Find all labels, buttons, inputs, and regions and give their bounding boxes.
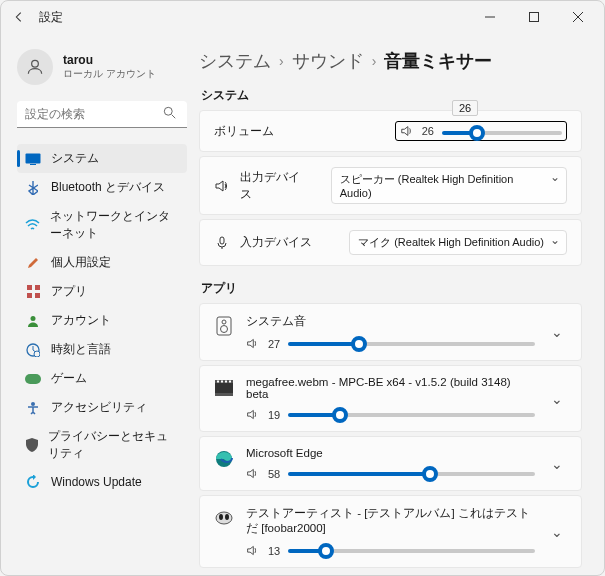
sidebar-item-account[interactable]: アカウント [17, 306, 187, 335]
display-icon [25, 151, 41, 167]
svg-point-19 [221, 326, 228, 333]
volume-tooltip: 26 [452, 100, 478, 116]
sidebar-item-label: 個人用設定 [51, 254, 111, 271]
update-icon [25, 474, 41, 490]
svg-rect-26 [229, 381, 231, 383]
speaker-icon [214, 178, 230, 194]
input-device-combo[interactable]: マイク (Realtek High Definition Audio) [349, 230, 567, 255]
svg-point-3 [164, 107, 172, 115]
app-volume-slider[interactable] [288, 549, 535, 553]
app-volume-value: 19 [268, 409, 280, 421]
output-device-combo[interactable]: スピーカー (Realtek High Definition Audio) [331, 167, 567, 204]
account-icon [25, 313, 41, 329]
section-system-label: システム [201, 87, 582, 104]
expand-button[interactable]: ⌄ [547, 524, 567, 540]
svg-rect-24 [221, 381, 223, 383]
svg-point-13 [34, 351, 40, 357]
speaker-icon[interactable] [246, 544, 260, 557]
close-button[interactable] [556, 3, 600, 31]
svg-point-15 [31, 402, 35, 406]
svg-rect-20 [215, 383, 233, 393]
sidebar-item-wifi[interactable]: ネットワークとインターネット [17, 202, 187, 248]
svg-line-4 [172, 115, 176, 119]
search-box[interactable] [17, 101, 187, 128]
expand-button[interactable]: ⌄ [547, 456, 567, 472]
svg-point-11 [31, 316, 36, 321]
minimize-button[interactable] [468, 3, 512, 31]
maximize-button[interactable] [512, 3, 556, 31]
app-title: Microsoft Edge [246, 447, 535, 459]
sidebar-item-display[interactable]: システム [17, 144, 187, 173]
svg-rect-22 [215, 393, 233, 396]
sidebar-item-label: アプリ [51, 283, 87, 300]
breadcrumb-current: 音量ミキサー [384, 49, 492, 73]
svg-rect-7 [27, 285, 32, 290]
app-icon [214, 316, 234, 336]
sidebar-item-brush[interactable]: 個人用設定 [17, 248, 187, 277]
section-apps-label: アプリ [201, 280, 582, 297]
sidebar-item-label: システム [51, 150, 99, 167]
search-icon [163, 106, 177, 120]
input-device-label: 入力デバイス [240, 234, 312, 251]
svg-rect-9 [27, 293, 32, 298]
sidebar-item-label: ネットワークとインターネット [50, 208, 179, 242]
brush-icon [25, 255, 41, 271]
breadcrumb-sound[interactable]: サウンド [292, 49, 364, 73]
sidebar-item-label: アクセシビリティ [51, 399, 147, 416]
svg-rect-1 [530, 13, 539, 22]
user-account[interactable]: tarou ローカル アカウント [17, 49, 187, 85]
app-volume-slider[interactable] [288, 413, 535, 417]
app-card: テストアーティスト - [テストアルバム] これはテストだ [foobar200… [199, 495, 582, 568]
user-sub: ローカル アカウント [63, 67, 156, 81]
microphone-icon [214, 235, 230, 251]
chevron-right-icon: › [372, 53, 377, 69]
volume-value: 26 [422, 125, 434, 137]
expand-button[interactable]: ⌄ [547, 391, 567, 407]
speaker-icon[interactable] [400, 124, 414, 138]
sidebar-item-time[interactable]: 時刻と言語 [17, 335, 187, 364]
svg-point-29 [219, 514, 223, 520]
speaker-icon[interactable] [246, 337, 260, 350]
svg-rect-14 [25, 374, 41, 384]
app-card: megafree.webm - MPC-BE x64 - v1.5.2 (bui… [199, 365, 582, 432]
svg-point-2 [32, 60, 39, 67]
sidebar-item-privacy[interactable]: プライバシーとセキュリティ [17, 422, 187, 468]
volume-label: ボリューム [214, 123, 274, 140]
app-volume-slider[interactable] [288, 342, 535, 346]
svg-rect-23 [217, 381, 219, 383]
back-button[interactable] [5, 3, 33, 31]
sidebar-item-label: プライバシーとセキュリティ [48, 428, 179, 462]
search-input[interactable] [17, 101, 187, 128]
svg-point-18 [222, 320, 226, 324]
sidebar-item-update[interactable]: Windows Update [17, 468, 187, 496]
time-icon [25, 342, 41, 358]
wifi-icon [25, 217, 40, 233]
app-icon [214, 449, 234, 469]
game-icon [25, 371, 41, 387]
app-card: Microsoft Edge58⌄ [199, 436, 582, 491]
access-icon [25, 400, 41, 416]
app-title: テストアーティスト - [テストアルバム] これはテストだ [foobar200… [246, 506, 535, 536]
sidebar-item-access[interactable]: アクセシビリティ [17, 393, 187, 422]
chevron-right-icon: › [279, 53, 284, 69]
sidebar-item-game[interactable]: ゲーム [17, 364, 187, 393]
expand-button[interactable]: ⌄ [547, 324, 567, 340]
speaker-icon[interactable] [246, 467, 260, 480]
app-volume-value: 58 [268, 468, 280, 480]
sidebar-item-label: ゲーム [51, 370, 87, 387]
app-volume-slider[interactable] [288, 472, 535, 476]
sidebar-item-apps[interactable]: アプリ [17, 277, 187, 306]
speaker-icon[interactable] [246, 408, 260, 421]
volume-slider[interactable] [442, 131, 562, 135]
sidebar-item-label: Windows Update [51, 475, 142, 489]
svg-point-28 [216, 512, 232, 524]
breadcrumb: システム › サウンド › 音量ミキサー [199, 49, 582, 73]
app-icon [214, 508, 234, 528]
app-volume-value: 27 [268, 338, 280, 350]
breadcrumb-system[interactable]: システム [199, 49, 271, 73]
svg-rect-5 [26, 153, 41, 163]
sidebar-item-bluetooth[interactable]: Bluetooth とデバイス [17, 173, 187, 202]
app-card: システム音27⌄ [199, 303, 582, 361]
bluetooth-icon [25, 180, 41, 196]
sidebar-item-label: 時刻と言語 [51, 341, 111, 358]
